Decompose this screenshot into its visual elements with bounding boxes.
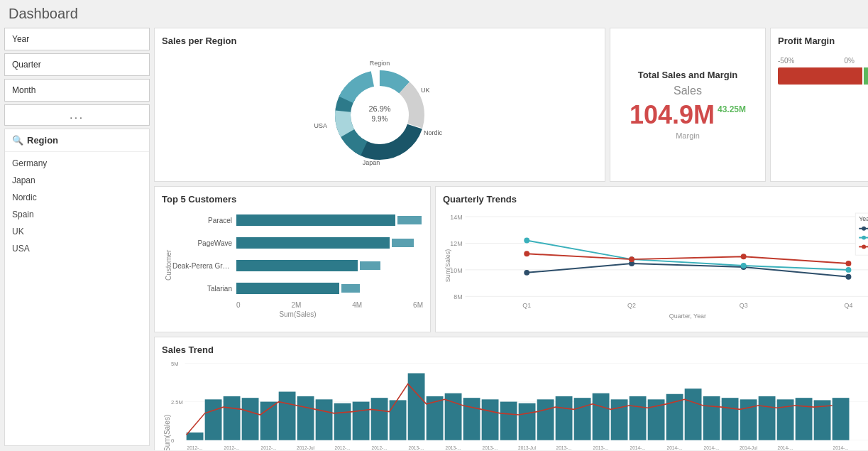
bar-fill-pagewave bbox=[236, 237, 390, 249]
svg-text:2014-...: 2014-... bbox=[833, 445, 849, 450]
donut-chart: 26.9% 9.9% Region UK Nordic USA Japan bbox=[309, 53, 451, 174]
customer-name-deak: Deak-Perera Group. bbox=[172, 262, 236, 270]
bar-row-paracel: Paracel bbox=[172, 210, 423, 230]
customer-name-pagewave: PageWave bbox=[172, 239, 236, 247]
q-point-2014-2 bbox=[629, 256, 634, 262]
svg-rect-70 bbox=[630, 396, 647, 440]
q-point-2014-1 bbox=[524, 251, 529, 256]
svg-point-35 bbox=[862, 244, 866, 249]
sales-region-card: Sales per Region bbox=[154, 28, 605, 182]
search-icon: 🔍 bbox=[12, 135, 23, 146]
svg-text:26.9%: 26.9% bbox=[368, 104, 390, 113]
svg-text:14M: 14M bbox=[450, 214, 462, 221]
svg-rect-58 bbox=[408, 374, 425, 440]
bar-fill-paracel bbox=[236, 214, 395, 226]
quarter-filter-btn[interactable]: Quarter bbox=[4, 53, 150, 76]
q-point-2013-1 bbox=[524, 238, 529, 244]
x-tick-2: 4M bbox=[352, 301, 362, 309]
svg-text:2012-...: 2012-... bbox=[187, 445, 203, 450]
region-item-usa[interactable]: USA bbox=[5, 240, 149, 257]
svg-rect-53 bbox=[316, 399, 333, 440]
customer-name-paracel: Paracel bbox=[172, 217, 236, 224]
sales-number: 104.9M bbox=[630, 100, 715, 130]
svg-rect-57 bbox=[390, 400, 407, 440]
profit-percentage: 41% bbox=[778, 89, 868, 99]
svg-text:Q2: Q2 bbox=[627, 302, 636, 309]
svg-text:12M: 12M bbox=[450, 240, 462, 247]
region-filter-header: 🔍 Region bbox=[5, 129, 149, 152]
svg-text:2012-...: 2012-... bbox=[261, 445, 277, 450]
svg-text:2012-...: 2012-... bbox=[335, 445, 351, 450]
svg-text:2.5M: 2.5M bbox=[171, 399, 183, 406]
quarterly-line-2012 bbox=[527, 263, 848, 277]
region-item-japan[interactable]: Japan bbox=[5, 172, 149, 189]
profit-bar-track bbox=[778, 67, 868, 85]
profit-bar-marker bbox=[862, 67, 864, 85]
svg-text:2013-...: 2013-... bbox=[593, 445, 609, 450]
profit-margin-card: Profit Margin -50% 0% 50% 41% bbox=[770, 28, 868, 182]
more-filter-btn[interactable]: ... bbox=[4, 104, 150, 126]
profit-axis: -50% 0% 50% bbox=[778, 57, 868, 65]
svg-rect-52 bbox=[297, 396, 314, 440]
trend-y-left-label: Sum(Sales) bbox=[162, 359, 171, 450]
sales-trend-card: Sales Trend Sum(Sales) /* bars rendered … bbox=[154, 337, 868, 450]
bar-row-talarian: Talarian bbox=[172, 278, 423, 298]
svg-text:2012-...: 2012-... bbox=[372, 445, 388, 450]
bar-fill-small-paracel bbox=[397, 216, 422, 224]
svg-rect-49 bbox=[242, 398, 259, 440]
region-item-nordic[interactable]: Nordic bbox=[5, 189, 149, 206]
svg-rect-68 bbox=[593, 393, 610, 440]
svg-rect-62 bbox=[482, 399, 499, 440]
svg-rect-48 bbox=[224, 396, 241, 440]
svg-rect-46 bbox=[187, 433, 204, 440]
svg-text:2014-...: 2014-... bbox=[630, 445, 646, 450]
month-filter-btn[interactable]: Month bbox=[4, 79, 150, 102]
region-item-spain[interactable]: Spain bbox=[5, 206, 149, 223]
trend-chart-wrapper: Sum(Sales) /* bars rendered below */ 5M … bbox=[162, 359, 868, 450]
svg-rect-74 bbox=[703, 396, 720, 440]
svg-point-29 bbox=[862, 227, 866, 231]
quarterly-trends-card: Quarterly Trends 14M 12M 10M 8M Q1 Q2 Q3 bbox=[435, 186, 868, 332]
svg-text:2014-...: 2014-... bbox=[778, 445, 793, 450]
svg-rect-61 bbox=[463, 398, 480, 440]
svg-rect-50 bbox=[260, 402, 278, 440]
svg-text:10M: 10M bbox=[450, 267, 462, 274]
quarterly-trends-chart: 14M 12M 10M 8M Q1 Q2 Q3 Q4 Quarter, Year bbox=[443, 209, 868, 322]
svg-rect-63 bbox=[500, 402, 517, 440]
profit-bar-area: -50% 0% 50% 41% bbox=[778, 57, 868, 99]
top-customers-title: Top 5 Customers bbox=[162, 194, 423, 205]
bar-chart-inner: Paracel PageWave bbox=[172, 210, 423, 320]
bar-track-paracel bbox=[236, 214, 423, 226]
year-filter-btn[interactable]: Year bbox=[4, 28, 150, 50]
bar-track-deak bbox=[236, 260, 423, 271]
svg-text:Sum(Sales): Sum(Sales) bbox=[444, 249, 451, 282]
svg-rect-56 bbox=[371, 398, 388, 440]
region-item-uk[interactable]: UK bbox=[5, 223, 149, 240]
svg-text:Nordic: Nordic bbox=[424, 129, 443, 136]
svg-rect-73 bbox=[685, 388, 702, 440]
svg-text:2012-...: 2012-... bbox=[224, 445, 240, 450]
bar-row-pagewave: PageWave bbox=[172, 233, 423, 253]
svg-rect-77 bbox=[759, 396, 776, 440]
profit-axis-mid: 0% bbox=[844, 57, 854, 65]
q-point-2012-1 bbox=[524, 270, 529, 276]
svg-text:Q4: Q4 bbox=[845, 302, 853, 309]
svg-text:USA: USA bbox=[314, 122, 327, 129]
top-customers-card: Top 5 Customers Customer Paracel bbox=[154, 186, 431, 332]
svg-rect-81 bbox=[833, 398, 850, 440]
x-axis-title: Sum(Sales) bbox=[172, 310, 423, 318]
region-list: Germany Japan Nordic Spain UK USA bbox=[5, 152, 149, 260]
x-tick-0: 0 bbox=[236, 301, 241, 309]
svg-text:2013-...: 2013-... bbox=[483, 445, 498, 450]
page-title: Dashboard bbox=[0, 0, 868, 28]
region-item-germany[interactable]: Germany bbox=[5, 155, 149, 172]
sales-label: Sales bbox=[674, 85, 702, 97]
svg-text:UK: UK bbox=[421, 87, 430, 94]
bar-fill-small-pagewave bbox=[392, 239, 414, 247]
svg-text:Q3: Q3 bbox=[740, 302, 748, 309]
region-filter-section: 🔍 Region Germany Japan Nordic Spain UK U… bbox=[4, 129, 150, 446]
bar-fill-talarian bbox=[236, 283, 339, 294]
svg-text:Japan: Japan bbox=[363, 159, 380, 166]
top-customers-chart: Customer Paracel PageWave bbox=[162, 210, 423, 320]
quarterly-trends-title: Quarterly Trends bbox=[443, 194, 868, 205]
